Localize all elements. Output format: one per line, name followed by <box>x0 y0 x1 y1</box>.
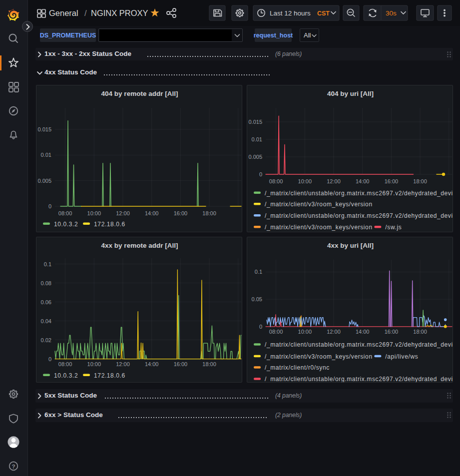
svg-text:0.005: 0.005 <box>248 154 262 160</box>
svg-text:0.005: 0.005 <box>37 178 51 184</box>
svg-text:172.18.0.6: 172.18.0.6 <box>94 221 125 228</box>
svg-text:/sw.js: /sw.js <box>385 224 402 231</box>
svg-text:10:00: 10:00 <box>298 329 312 335</box>
svg-text:0.01: 0.01 <box>41 152 51 158</box>
svg-text:10:00: 10:00 <box>87 210 101 216</box>
svg-text:10:00: 10:00 <box>87 361 101 367</box>
svg-text:14:00: 14:00 <box>145 210 159 216</box>
svg-text:18:00: 18:00 <box>413 178 427 184</box>
svg-text:404 by remote addr [All]: 404 by remote addr [All] <box>101 90 178 97</box>
svg-text:?: ? <box>11 464 15 470</box>
svg-text:10.0.3.2: 10.0.3.2 <box>54 221 78 228</box>
svg-text:/_matrix/client/unstable/org.m: /_matrix/client/unstable/org.matrix.msc2… <box>265 190 453 197</box>
svg-text:0: 0 <box>259 171 262 177</box>
svg-text:0.08: 0.08 <box>41 280 51 286</box>
svg-text:NGINX PROXY: NGINX PROXY <box>91 8 148 17</box>
svg-text:404 by uri [All]: 404 by uri [All] <box>327 90 373 97</box>
svg-text:Last 12 hours: Last 12 hours <box>270 9 311 17</box>
svg-text:16:00: 16:00 <box>174 210 188 216</box>
svg-text:/_matrix/client/v3/room_keys/v: /_matrix/client/v3/room_keys/version <box>265 353 373 360</box>
svg-text:/api/live/ws: /api/live/ws <box>385 353 418 360</box>
svg-text:08:00: 08:00 <box>58 210 72 216</box>
svg-text:18:00: 18:00 <box>202 361 216 367</box>
svg-text:General: General <box>49 8 78 17</box>
svg-text:0.04: 0.04 <box>41 318 51 324</box>
svg-text:/_matrix/client/unstable/org.m: /_matrix/client/unstable/org.matrix.msc2… <box>265 212 453 219</box>
svg-text:0.05: 0.05 <box>251 296 262 302</box>
svg-text:/_matrix/client/v3/room_keys/v: /_matrix/client/v3/room_keys/version <box>265 201 373 208</box>
svg-text:10.0.3.2: 10.0.3.2 <box>54 372 78 379</box>
svg-text:0.1: 0.1 <box>44 261 51 267</box>
svg-text:CST: CST <box>317 10 330 17</box>
svg-text:0.01: 0.01 <box>251 136 262 142</box>
svg-text:14:00: 14:00 <box>145 361 159 367</box>
svg-text:14:00: 14:00 <box>355 329 369 335</box>
svg-text:/_matrix/client/unstable/org.m: /_matrix/client/unstable/org.matrix.msc2… <box>265 376 453 383</box>
svg-text:4xx by uri [All]: 4xx by uri [All] <box>327 242 373 249</box>
svg-text:/_matrix/client/unstable/org.m: /_matrix/client/unstable/org.matrix.msc2… <box>265 341 453 348</box>
svg-text:14:00: 14:00 <box>355 178 369 184</box>
svg-text:10:00: 10:00 <box>298 178 312 184</box>
svg-text:0: 0 <box>48 356 51 362</box>
svg-text:12:00: 12:00 <box>116 210 130 216</box>
svg-text:/_matrix/client/v3/room_keys/v: /_matrix/client/v3/room_keys/version <box>265 224 373 231</box>
svg-text:16:00: 16:00 <box>174 361 188 367</box>
svg-text:0.1: 0.1 <box>254 269 262 275</box>
svg-text:/_matrix/client/r0/sync: /_matrix/client/r0/sync <box>265 364 330 371</box>
svg-text:08:00: 08:00 <box>269 178 283 184</box>
svg-text:16:00: 16:00 <box>384 329 398 335</box>
svg-text:0.06: 0.06 <box>41 299 51 305</box>
svg-text:12:00: 12:00 <box>116 361 130 367</box>
svg-text:08:00: 08:00 <box>58 361 72 367</box>
svg-text:172.18.0.6: 172.18.0.6 <box>94 372 125 379</box>
svg-text:/: / <box>84 8 87 17</box>
svg-text:0.015: 0.015 <box>248 119 262 125</box>
svg-text:0.015: 0.015 <box>37 126 51 132</box>
svg-text:0.02: 0.02 <box>41 337 51 343</box>
svg-text:18:00: 18:00 <box>202 210 216 216</box>
svg-text:0: 0 <box>259 323 262 329</box>
svg-text:0: 0 <box>48 203 51 209</box>
svg-text:12:00: 12:00 <box>327 329 341 335</box>
svg-text:18:00: 18:00 <box>413 329 427 335</box>
svg-text:08:00: 08:00 <box>269 329 283 335</box>
svg-text:30s: 30s <box>386 9 397 17</box>
svg-text:16:00: 16:00 <box>384 178 398 184</box>
svg-text:4xx by remote addr [All]: 4xx by remote addr [All] <box>101 242 178 249</box>
svg-text:12:00: 12:00 <box>327 178 341 184</box>
